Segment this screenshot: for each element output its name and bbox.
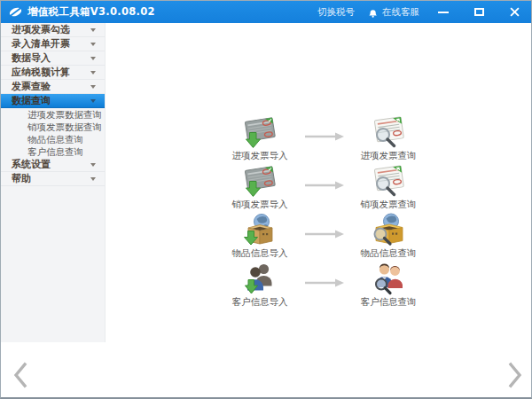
chevron-down-icon: [90, 177, 96, 181]
invoice-import-icon: [242, 114, 278, 150]
chevron-down-icon: [90, 99, 96, 103]
bell-icon: [367, 6, 379, 19]
chevron-down-icon: [90, 57, 96, 60]
sidebar-item-list-billing[interactable]: 录入清单开票: [1, 37, 105, 51]
sidebar-item-invoice-verify[interactable]: 发票查验: [1, 80, 105, 94]
chevron-down-icon: [90, 163, 96, 167]
app-window: 增值税工具箱V3.0.08.02 切换税号 在线客服: [0, 0, 532, 399]
flow-row-goods-info: 物品信息导入 物品信息查询: [217, 212, 431, 259]
invoice-search-icon: [371, 114, 406, 150]
customers-import-icon: [242, 261, 278, 296]
next-page-button[interactable]: [506, 362, 524, 392]
titlebar-actions: 切换税号 在线客服: [317, 4, 526, 20]
close-button[interactable]: [503, 4, 526, 20]
submenu-goods-info-query[interactable]: 物品信息查询: [1, 133, 105, 145]
output-invoice-query-shortcut[interactable]: 销项发票查询: [346, 163, 431, 210]
arrow-right-icon: [302, 128, 346, 145]
maximize-icon: [474, 8, 484, 16]
submenu-customer-info-query[interactable]: 客户信息查询: [1, 145, 105, 158]
invoice-search-icon: [371, 163, 406, 199]
minimize-button[interactable]: [432, 4, 455, 20]
customers-search-icon: [371, 261, 406, 296]
chevron-down-icon: [90, 28, 96, 32]
chevron-down-icon: [90, 43, 96, 46]
sidebar-item-data-query[interactable]: 数据查询: [1, 94, 105, 108]
data-flow-panel: 进项发票导入 进项发票查询 销项发票导入: [217, 114, 431, 309]
arrow-right-icon: [302, 274, 346, 291]
flow-row-input-invoice: 进项发票导入 进项发票查询: [217, 114, 431, 161]
chevron-left-icon: [12, 362, 29, 388]
flow-row-output-invoice: 销项发票导入 销项发票查询: [217, 163, 431, 210]
chevron-down-icon: [90, 85, 96, 89]
window-body: 进项发票勾选 录入清单开票 数据导入 应纳税额计算 发票查验 数据查询 进项发票…: [1, 23, 531, 397]
chevron-right-icon: [506, 362, 524, 388]
close-icon: [510, 7, 520, 17]
sidebar-item-help[interactable]: 帮助: [1, 172, 105, 186]
titlebar: 增值税工具箱V3.0.08.02 切换税号 在线客服: [1, 1, 531, 23]
maximize-button[interactable]: [467, 4, 490, 20]
invoice-import-icon: [242, 163, 278, 199]
sidebar-item-data-import[interactable]: 数据导入: [1, 51, 105, 66]
switch-tax-number-button[interactable]: 切换税号: [317, 6, 355, 19]
minimize-icon: [438, 12, 449, 13]
customer-info-import-shortcut[interactable]: 客户信息导入: [217, 261, 302, 308]
goods-box-import-icon: [242, 212, 278, 247]
arrow-right-icon: [302, 176, 346, 193]
sidebar-item-input-invoice-select[interactable]: 进项发票勾选: [1, 23, 105, 37]
input-invoice-query-shortcut[interactable]: 进项发票查询: [346, 114, 431, 161]
submenu-input-invoice-data-query[interactable]: 进项发票数据查询: [1, 108, 105, 121]
sidebar-item-settings[interactable]: 系统设置: [1, 158, 105, 172]
window-title: 增值税工具箱V3.0.08.02: [27, 5, 155, 19]
goods-info-query-shortcut[interactable]: 物品信息查询: [346, 212, 431, 259]
goods-box-search-icon: [371, 212, 406, 247]
app-logo-icon: [8, 5, 23, 19]
input-invoice-import-shortcut[interactable]: 进项发票导入: [217, 114, 302, 161]
output-invoice-import-shortcut[interactable]: 销项发票导入: [217, 163, 302, 210]
online-service-button[interactable]: 在线客服: [367, 6, 419, 19]
prev-page-button[interactable]: [12, 362, 29, 392]
submenu-output-invoice-data-query[interactable]: 销项发票数据查询: [1, 121, 105, 133]
flow-row-customer-info: 客户信息导入 客户信息查询: [217, 261, 431, 308]
arrow-right-icon: [302, 225, 346, 242]
goods-info-import-shortcut[interactable]: 物品信息导入: [217, 212, 302, 259]
chevron-down-icon: [90, 71, 96, 74]
sidebar-item-tax-calculation[interactable]: 应纳税额计算: [1, 66, 105, 80]
customer-info-query-shortcut[interactable]: 客户信息查询: [346, 261, 431, 308]
sidebar: 进项发票勾选 录入清单开票 数据导入 应纳税额计算 发票查验 数据查询 进项发票…: [1, 23, 106, 342]
